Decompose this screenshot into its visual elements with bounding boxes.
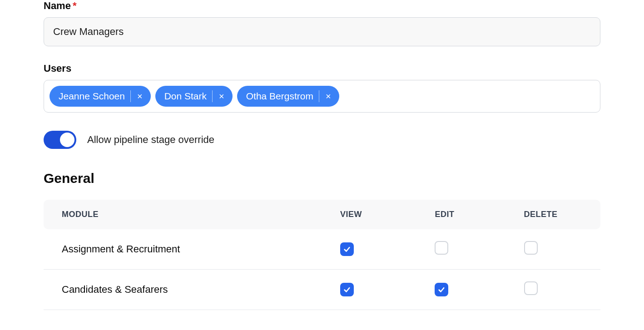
delete-checkbox[interactable] [524, 281, 538, 295]
module-cell: Assignment & Recruitment [44, 229, 322, 270]
col-header-edit: EDIT [416, 200, 505, 229]
override-toggle-label: Allow pipeline stage override [87, 134, 214, 146]
table-row: Candidates & Seafarers [44, 270, 600, 310]
view-checkbox[interactable] [340, 283, 354, 296]
col-header-delete: DELETE [506, 200, 600, 229]
override-toggle[interactable] [44, 131, 76, 149]
name-label-text: Name [44, 0, 71, 11]
check-icon [437, 286, 446, 294]
tag-divider [212, 90, 213, 102]
view-checkbox[interactable] [340, 242, 354, 256]
user-tag: Otha Bergstrom× [237, 86, 339, 107]
remove-tag-icon[interactable]: × [324, 92, 333, 101]
col-header-view: VIEW [322, 200, 416, 229]
override-toggle-row: Allow pipeline stage override [44, 131, 600, 149]
toggle-knob [60, 133, 74, 147]
name-input[interactable] [44, 17, 600, 46]
module-cell: Candidates & Seafarers [44, 270, 322, 310]
check-icon [343, 245, 351, 253]
col-header-module: MODULE [44, 200, 322, 229]
users-field-group: Users Jeanne Schoen×Don Stark×Otha Bergs… [44, 63, 600, 113]
edit-checkbox[interactable] [435, 283, 448, 296]
users-tag-input[interactable]: Jeanne Schoen×Don Stark×Otha Bergstrom× [44, 80, 600, 113]
required-indicator: * [73, 0, 77, 11]
general-heading: General [44, 171, 600, 186]
permissions-table: MODULE VIEW EDIT DELETE Assignment & Rec… [44, 200, 600, 310]
name-field-group: Name* [44, 0, 600, 46]
view-cell [322, 270, 416, 310]
user-tag: Jeanne Schoen× [50, 86, 151, 107]
user-tag-label: Jeanne Schoen [59, 91, 125, 102]
tag-divider [319, 90, 319, 102]
delete-cell [506, 270, 600, 310]
view-cell [322, 229, 416, 270]
edit-cell [416, 229, 505, 270]
edit-checkbox[interactable] [435, 241, 448, 255]
remove-tag-icon[interactable]: × [217, 92, 226, 101]
edit-cell [416, 270, 505, 310]
tag-divider [130, 90, 131, 102]
user-tag-label: Don Stark [164, 91, 207, 102]
delete-checkbox[interactable] [524, 241, 538, 255]
remove-tag-icon[interactable]: × [135, 92, 144, 101]
delete-cell [506, 229, 600, 270]
check-icon [343, 286, 351, 294]
name-label: Name* [44, 0, 600, 12]
user-tag: Don Stark× [155, 86, 233, 107]
user-tag-label: Otha Bergstrom [246, 91, 313, 102]
table-row: Assignment & Recruitment [44, 229, 600, 270]
users-label: Users [44, 63, 600, 74]
